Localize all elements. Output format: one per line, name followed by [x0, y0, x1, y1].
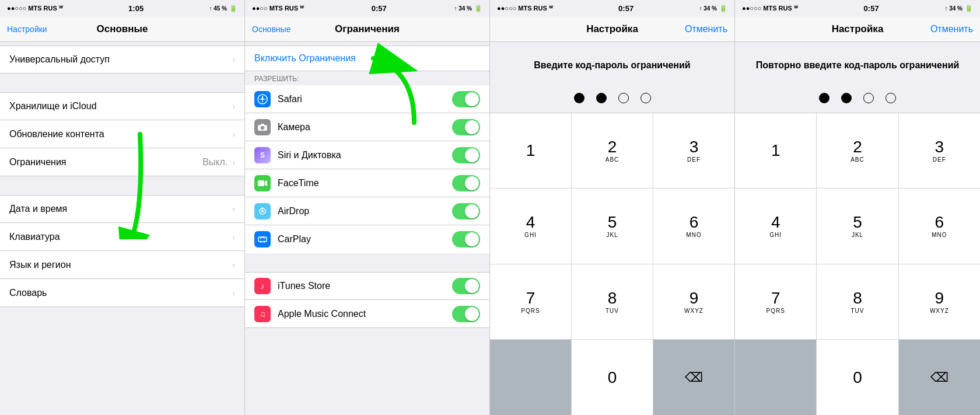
key-1[interactable]: 1: [490, 113, 571, 189]
list-item[interactable]: Клавиатура ›: [0, 223, 244, 251]
facetime-toggle[interactable]: [452, 175, 480, 191]
key-7[interactable]: 7 PQRS: [735, 264, 816, 340]
list-item[interactable]: Обновление контента ›: [0, 120, 244, 148]
list-item[interactable]: Камера: [245, 113, 489, 141]
itunes-toggle[interactable]: [452, 278, 480, 294]
key-3[interactable]: 3 DEF: [899, 113, 980, 189]
list-item[interactable]: Дата и время ›: [0, 195, 244, 223]
list-item[interactable]: S Siri и Диктовка: [245, 141, 489, 169]
list-item[interactable]: CarPlay: [245, 225, 489, 253]
dot-1: [819, 93, 830, 103]
key-delete[interactable]: ⌫: [653, 340, 734, 415]
key-8[interactable]: 8 TUV: [817, 264, 898, 340]
key-2[interactable]: 2 ABC: [572, 113, 653, 189]
svg-point-13: [260, 241, 262, 243]
list-item[interactable]: Хранилище и iCloud ›: [0, 92, 244, 120]
time-3: 0:57: [618, 4, 634, 13]
dot-2: [841, 93, 852, 103]
status-bar-4: ●●○○○ MTS RUS ᵂ 0:57 ↑ 34 % 🔋: [735, 0, 980, 16]
enable-restrictions-link[interactable]: Включить Ограничения: [254, 53, 356, 63]
siri-toggle[interactable]: [452, 147, 480, 163]
key-letters: TUV: [850, 308, 864, 314]
carplay-toggle[interactable]: [452, 231, 480, 247]
nav-title-4: Настройка: [832, 23, 884, 35]
siri-icon: S: [254, 147, 271, 163]
list-item[interactable]: FaceTime: [245, 169, 489, 197]
key-5[interactable]: 5 JKL: [817, 189, 898, 264]
key-letters: DEF: [933, 156, 946, 163]
key-num: 3: [690, 139, 699, 155]
airdrop-toggle[interactable]: [452, 203, 480, 219]
key-0[interactable]: 0: [817, 340, 898, 415]
list-item[interactable]: ♪ iTunes Store: [245, 272, 489, 300]
key-3[interactable]: 3 DEF: [653, 113, 734, 189]
cancel-button-4[interactable]: Отменить: [930, 24, 973, 34]
nav-bar-4: Настройка Отменить: [735, 16, 980, 42]
nav-back-2[interactable]: Основные: [252, 25, 290, 34]
key-1[interactable]: 1: [735, 113, 816, 189]
row-label: Siri и Диктовка: [278, 150, 452, 161]
status-left-3: ●●○○○ MTS RUS ᵂ: [497, 5, 553, 12]
airdrop-icon: [254, 203, 271, 219]
battery-1: ↑ 45 % 🔋: [209, 5, 237, 12]
key-9[interactable]: 9 WXYZ: [653, 264, 734, 340]
dot-1: [574, 93, 584, 103]
list-item[interactable]: Словарь ›: [0, 279, 244, 307]
list-item[interactable]: Язык и регион ›: [0, 251, 244, 279]
key-4[interactable]: 4 GHI: [735, 189, 816, 264]
settings-section-1c: Дата и время › Клавиатура › Язык и регио…: [0, 195, 244, 307]
cancel-button-3[interactable]: Отменить: [685, 24, 727, 34]
key-delete[interactable]: ⌫: [899, 340, 980, 415]
carplay-icon: [254, 231, 271, 247]
nav-back-1[interactable]: Настройки: [7, 25, 47, 34]
row-label: Хранилище и iCloud: [9, 101, 232, 111]
nav-bar-3: Настройка Отменить: [490, 16, 734, 42]
key-letters: TUV: [606, 308, 619, 314]
list-item[interactable]: ♫ Apple Music Connect: [245, 300, 489, 328]
key-letters: GHI: [524, 232, 537, 238]
safari-toggle[interactable]: [452, 91, 480, 107]
key-num: 9: [690, 290, 699, 306]
key-num: 7: [526, 290, 536, 306]
row-label: iTunes Store: [278, 281, 452, 291]
key-letters: ABC: [606, 156, 620, 163]
key-5[interactable]: 5 JKL: [572, 189, 653, 264]
airdrop-row[interactable]: AirDrop: [245, 197, 489, 225]
screen2: ●●○○ MTS RUS ᵂ 0:57 ↑ 34 % 🔋 Основные Ог…: [245, 0, 490, 415]
dot-3: [863, 93, 874, 103]
carrier-1: ●●○○○ MTS RUS ᵂ: [7, 5, 63, 12]
key-letters: GHI: [769, 232, 782, 238]
restrictions-list: Включить Ограничения РАЗРЕШИТЬ: Safari К…: [245, 42, 489, 415]
key-9[interactable]: 9 WXYZ: [899, 264, 980, 340]
battery-2: ↑ 34 % 🔋: [454, 5, 482, 12]
list-item[interactable]: Универсальный доступ ›: [0, 46, 244, 74]
camera-toggle[interactable]: [452, 119, 480, 135]
key-0[interactable]: 0: [572, 340, 653, 415]
row-label: FaceTime: [278, 178, 452, 189]
itunes-icon: ♪: [254, 278, 271, 294]
key-2[interactable]: 2 ABC: [817, 113, 898, 189]
status-left-4: ●●○○○ MTS RUS ᵂ: [742, 5, 798, 12]
allow-section-header: РАЗРЕШИТЬ:: [245, 71, 489, 85]
restrictions-row[interactable]: Ограничения Выкл. ›: [0, 148, 244, 176]
key-num: 2: [608, 139, 617, 155]
apple-music-toggle[interactable]: [452, 306, 480, 322]
row-value: Выкл.: [202, 157, 228, 168]
key-6[interactable]: 6 MNO: [653, 189, 734, 264]
time-4: 0:57: [864, 4, 879, 13]
key-num: 8: [608, 290, 617, 306]
time-2: 0:57: [372, 4, 387, 13]
key-num: 8: [853, 290, 862, 306]
key-8[interactable]: 8 TUV: [572, 264, 653, 340]
key-num: 5: [608, 214, 617, 231]
key-letters: PQRS: [521, 308, 540, 314]
key-7[interactable]: 7 PQRS: [490, 264, 571, 340]
key-num: 3: [935, 139, 944, 155]
chevron-icon: ›: [232, 288, 235, 298]
svg-rect-7: [261, 124, 264, 125]
key-4[interactable]: 4 GHI: [490, 189, 571, 264]
status-left-2: ●●○○ MTS RUS ᵂ: [252, 5, 304, 12]
list-item[interactable]: Safari: [245, 85, 489, 113]
key-6[interactable]: 6 MNO: [899, 189, 980, 264]
enable-restrictions-section: Включить Ограничения: [245, 46, 489, 71]
